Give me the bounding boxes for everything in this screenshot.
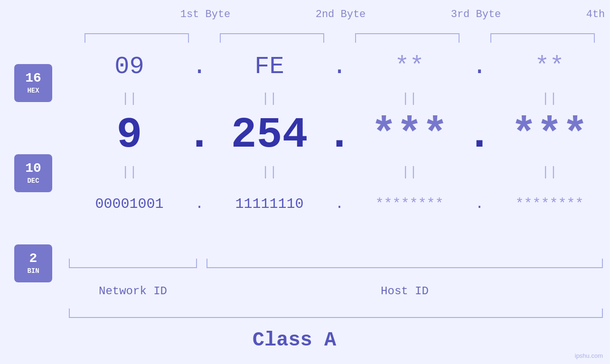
id-labels: Network ID Host ID bbox=[69, 285, 603, 298]
hex-byte2-value: FE bbox=[254, 53, 284, 81]
bin-byte1-cell: 00001001 bbox=[69, 196, 190, 212]
byte4-header: 4th Byte bbox=[554, 9, 610, 20]
bracket-byte4 bbox=[490, 33, 595, 43]
dec-name: DEC bbox=[27, 177, 39, 185]
dec-row: 9 . 254 . *** . *** bbox=[69, 109, 610, 161]
equals-row-2: || || || || bbox=[69, 161, 610, 183]
host-bracket bbox=[206, 259, 603, 268]
hex-byte1-cell: 09 bbox=[69, 53, 190, 81]
dec-number: 10 bbox=[25, 162, 41, 175]
hex-dot1: . bbox=[190, 53, 209, 81]
bin-dot1: . bbox=[190, 196, 209, 212]
dec-byte3-cell: *** bbox=[349, 111, 470, 159]
hex-row: 09 . FE . ** . ** bbox=[69, 45, 610, 88]
bin-number: 2 bbox=[29, 252, 38, 265]
dec-byte4-value: *** bbox=[511, 111, 588, 159]
bin-byte1-value: 00001001 bbox=[95, 196, 163, 212]
bin-byte3-value: ******** bbox=[375, 196, 443, 212]
dec-badge: 10 DEC bbox=[14, 154, 52, 192]
full-bottom-bracket bbox=[69, 308, 603, 318]
top-brackets bbox=[69, 33, 610, 43]
hex-badge: 16 HEX bbox=[14, 64, 52, 102]
bin-byte3-cell: ******** bbox=[349, 196, 470, 212]
dec-byte1-value: 9 bbox=[116, 111, 142, 159]
bracket-byte1 bbox=[84, 33, 189, 43]
dec-byte2-value: 254 bbox=[231, 111, 308, 159]
bin-dot2: . bbox=[330, 196, 349, 212]
bottom-brackets bbox=[69, 259, 603, 268]
bin-dot3: . bbox=[470, 196, 489, 212]
class-label: Class A bbox=[0, 329, 589, 352]
bin-name: BIN bbox=[27, 267, 39, 275]
bin-row: 00001001 . 11111110 . ******** . *******… bbox=[69, 183, 610, 225]
dec-dot2: . bbox=[330, 111, 349, 159]
dec-byte4-cell: *** bbox=[489, 111, 610, 159]
bin-byte2-value: 11111110 bbox=[235, 196, 303, 212]
hex-number: 16 bbox=[25, 72, 41, 85]
byte2-header: 2nd Byte bbox=[284, 9, 398, 20]
dec-dot3: . bbox=[470, 111, 489, 159]
host-id-label: Host ID bbox=[206, 285, 603, 298]
hex-dot3: . bbox=[470, 53, 489, 81]
hex-byte3-value: ** bbox=[394, 53, 424, 81]
dec-byte3-value: *** bbox=[371, 111, 448, 159]
byte3-header: 3rd Byte bbox=[419, 9, 533, 20]
content-area: 09 . FE . ** . ** || || bbox=[69, 45, 610, 225]
byte-headers: 1st Byte 2nd Byte 3rd Byte 4th Byte bbox=[138, 9, 610, 20]
hex-byte1-value: 09 bbox=[114, 53, 144, 81]
network-bracket bbox=[69, 259, 197, 268]
watermark: ipshu.com bbox=[575, 352, 603, 359]
dec-dot1: . bbox=[190, 111, 209, 159]
bin-byte4-cell: ******** bbox=[489, 196, 610, 212]
main-container: 1st Byte 2nd Byte 3rd Byte 4th Byte 16 H… bbox=[0, 0, 610, 364]
hex-byte2-cell: FE bbox=[209, 53, 330, 81]
equals-row-1: || || || || bbox=[69, 88, 610, 109]
byte1-header: 1st Byte bbox=[149, 9, 263, 20]
hex-dot2: . bbox=[330, 53, 349, 81]
hex-byte3-cell: ** bbox=[349, 53, 470, 81]
bracket-byte2 bbox=[220, 33, 324, 43]
dec-byte2-cell: 254 bbox=[209, 111, 330, 159]
bin-byte4-value: ******** bbox=[515, 196, 583, 212]
bin-badge: 2 BIN bbox=[14, 244, 52, 282]
dec-byte1-cell: 9 bbox=[69, 111, 190, 159]
hex-byte4-value: ** bbox=[535, 53, 564, 81]
hex-name: HEX bbox=[27, 87, 39, 94]
hex-byte4-cell: ** bbox=[489, 53, 610, 81]
bin-byte2-cell: 11111110 bbox=[209, 196, 330, 212]
bracket-byte3 bbox=[355, 33, 460, 43]
network-id-label: Network ID bbox=[69, 285, 197, 298]
base-labels: 16 HEX 10 DEC 2 BIN bbox=[14, 64, 52, 282]
